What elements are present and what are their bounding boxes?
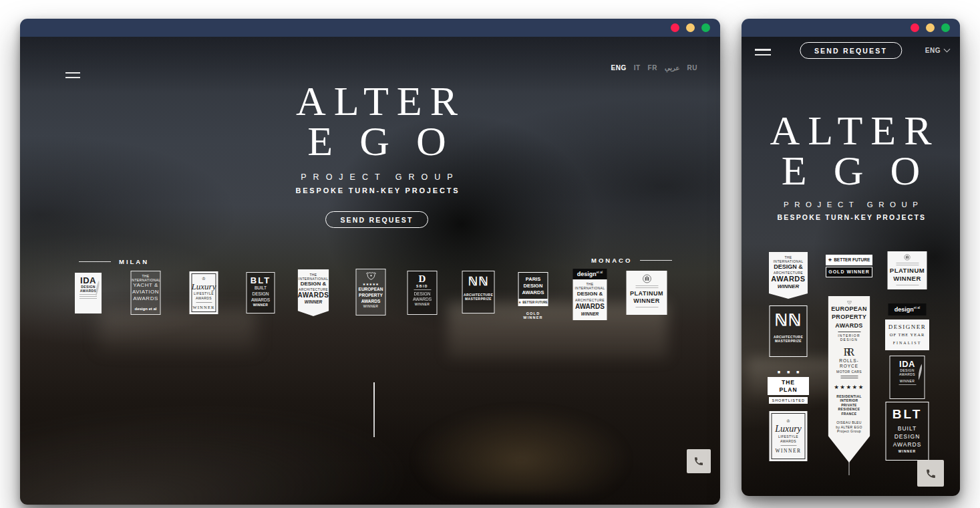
mobile-browser-window: SEND REQUEST ENG ALTER EGO PROJECT GROUP… <box>742 19 960 496</box>
badge-inner: PARIS DESIGN AWARDS <box>518 272 548 299</box>
fine-print <box>896 263 919 265</box>
divider-line <box>640 260 672 261</box>
label: ROLLS-ROYCE <box>830 358 868 369</box>
phone-button[interactable] <box>917 460 944 487</box>
desktop-titlebar <box>20 19 720 37</box>
maximize-window-button[interactable] <box>941 23 950 32</box>
fine-print <box>899 384 916 385</box>
label: THE INTERNATIONAL <box>131 274 161 282</box>
location-label: MONACO <box>591 257 632 264</box>
label: PARIS <box>526 276 540 282</box>
chevron-down-icon <box>944 46 951 53</box>
language-dropdown[interactable]: ENG <box>925 47 949 54</box>
badge-blt-built-design-awards: BLT BUILT DESIGN AWARDS WINNER <box>886 402 929 461</box>
label: PROPERTY <box>359 293 383 298</box>
background-road <box>20 378 414 505</box>
ida-logo: IDA <box>899 360 915 368</box>
phone-button[interactable] <box>687 449 711 473</box>
label: BUILT <box>255 285 267 291</box>
label: Luxury <box>192 282 216 291</box>
send-request-button[interactable]: SEND REQUEST <box>800 42 902 59</box>
label: MASTERPRIZE <box>465 297 492 301</box>
minimize-window-button[interactable] <box>926 23 935 32</box>
badge-platinum-winner: PLATINUM WINNER <box>627 271 667 315</box>
label: AWARDS <box>899 372 915 376</box>
close-window-button[interactable] <box>671 23 679 32</box>
label: WINNER <box>363 304 379 308</box>
label: EUROPEAN <box>831 305 866 313</box>
background-house <box>99 309 256 351</box>
label: AWARDS <box>893 441 922 449</box>
label: AWARDS <box>361 299 381 304</box>
label: DESIGN <box>524 283 543 289</box>
label: THE INTERNATIONAL <box>770 255 806 263</box>
blt-logo: BLT <box>251 276 271 285</box>
label: OF THE YEAR <box>890 332 925 338</box>
label: WINNER <box>305 299 322 305</box>
menu-button[interactable] <box>752 43 774 61</box>
label: FRANCE <box>841 412 856 416</box>
badge-blt-built-design-awards: BLT BUILT DESIGN AWARDS WINNER <box>247 272 275 313</box>
label: design <box>894 306 914 313</box>
label: INTERIOR DESIGN <box>830 334 868 342</box>
label: AWARDS <box>575 303 605 311</box>
design-et-al-logo: designet al <box>888 304 927 315</box>
building-icon <box>903 254 913 261</box>
crown-icon: ♔ <box>202 276 206 281</box>
label: WINNER <box>192 305 214 310</box>
badge-inner: THE INTERNATIONAL DESIGN & ARCHITECTURE … <box>573 279 607 320</box>
blt-logo: BLT <box>892 408 923 420</box>
lang-it[interactable]: IT <box>634 64 641 72</box>
logo-alter: ALTER <box>742 108 960 153</box>
fine-print <box>896 285 919 285</box>
label: DESIGN <box>253 291 269 297</box>
masterprize-logo: ℕℕ <box>468 275 489 287</box>
hero: ALTER EGO PROJECT GROUP BESPOKE TURN-KEY… <box>20 78 720 228</box>
label: AWARDS <box>835 322 862 330</box>
label: PLATINUM <box>890 267 925 275</box>
badge-design-et-al-awards: designet al THE INTERNATIONAL DESIGN & A… <box>573 269 607 320</box>
lang-eng[interactable]: ENG <box>611 64 627 72</box>
maximize-window-button[interactable] <box>701 23 710 32</box>
desktop-browser-window: ENG IT FR عربي RU ALTER EGO PROJECT GROU… <box>20 19 720 505</box>
label: design <box>577 271 597 277</box>
divider-line <box>780 445 796 446</box>
lang-ar[interactable]: عربي <box>665 64 680 72</box>
badge-better-future-gold-winner: ✳ BETTER FUTURE GOLD WINNER <box>826 255 872 277</box>
stars: ★★★★★ <box>363 282 379 286</box>
logo-subtitle: PROJECT GROUP <box>27 172 720 182</box>
feather-icon <box>917 362 923 382</box>
mobile-titlebar <box>742 19 960 37</box>
lang-fr[interactable]: FR <box>648 64 657 72</box>
label: MASTERPRIZE <box>775 339 802 343</box>
logo-tagline: BESPOKE TURN-KEY PROJECTS <box>27 186 720 195</box>
label: DESIGN & <box>774 263 803 271</box>
divider-line <box>79 261 111 262</box>
label: WINNER <box>581 311 599 317</box>
badge-platinum-winner: PLATINUM WINNER <box>888 251 927 289</box>
logo-tagline: BESPOKE TURN-KEY PROJECTS <box>742 213 960 221</box>
better-future-icon: ✳ <box>828 257 832 263</box>
label: PRIVATE RESIDENCE <box>830 403 868 411</box>
badge-european-property-awards: ★★★★★ EUROPEAN PROPERTY AWARDS WINNER <box>356 269 386 315</box>
badge-paris-design-awards: PARIS DESIGN AWARDS ✳ BETTER FUTURE GOLD… <box>518 272 548 320</box>
label: OISEAU BLEU <box>836 420 862 424</box>
label: AWARDS <box>780 439 796 443</box>
location-milan: MILAN <box>79 258 149 265</box>
lang-ru[interactable]: RU <box>687 64 697 72</box>
crown-icon: ♔ <box>786 418 790 424</box>
label: WINNER <box>778 283 799 290</box>
minimize-window-button[interactable] <box>686 23 695 32</box>
close-window-button[interactable] <box>911 23 919 32</box>
label: EUROPEAN <box>359 287 383 292</box>
badge-architecture-masterprize: ℕℕ ARCHITECTURE MASTERPRIZE <box>770 305 808 357</box>
label: SBID <box>416 284 428 288</box>
background-bush <box>414 408 628 495</box>
badge-european-property-awards-ribbon: EUROPEAN PROPERTY AWARDS INTERIOR DESIGN… <box>828 296 870 463</box>
label: YACHT & <box>133 282 158 289</box>
badge-yacht-aviation-awards: THE INTERNATIONAL YACHT & AVIATION AWARD… <box>131 271 161 315</box>
label: MOTOR CARS <box>836 370 862 374</box>
send-request-button[interactable]: SEND REQUEST <box>325 211 428 228</box>
fine-print <box>414 289 431 290</box>
label: DESIGN & <box>301 281 327 287</box>
